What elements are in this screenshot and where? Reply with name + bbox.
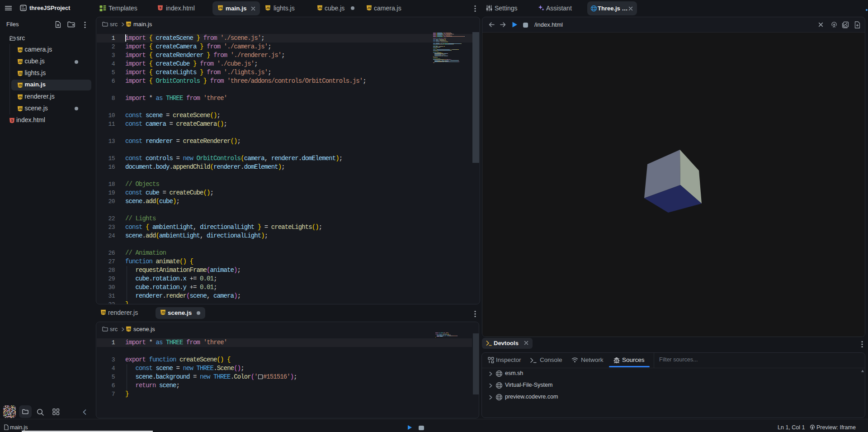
- svg-text:JS: JS: [266, 6, 270, 9]
- svg-text:JS: JS: [318, 6, 322, 9]
- svg-text:JS: JS: [219, 6, 223, 9]
- svg-text:JS: JS: [19, 84, 23, 87]
- svg-text:JS: JS: [19, 60, 23, 63]
- svg-text:JS: JS: [368, 6, 372, 9]
- svg-text:5: 5: [159, 6, 161, 10]
- svg-text:JS: JS: [161, 311, 165, 314]
- svg-text:JS: JS: [19, 107, 23, 110]
- svg-text:JS: JS: [19, 95, 23, 99]
- svg-text:5: 5: [11, 119, 13, 123]
- svg-text:JS: JS: [19, 48, 23, 52]
- svg-text:JS: JS: [19, 72, 23, 75]
- svg-text:JS: JS: [102, 311, 106, 314]
